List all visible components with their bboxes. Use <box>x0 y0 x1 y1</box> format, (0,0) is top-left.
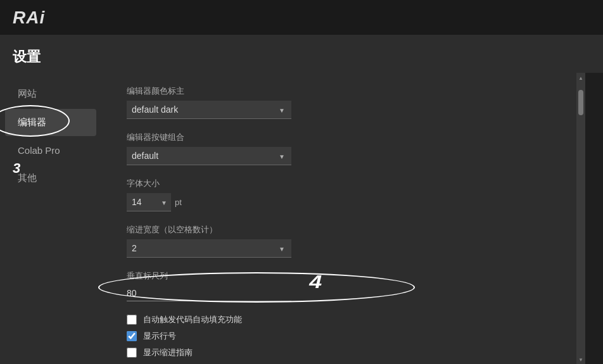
color-theme-select[interactable]: default dark default light solarized dar… <box>127 101 291 119</box>
top-bar: RAi <box>0 0 603 35</box>
indent-width-select[interactable]: 2 4 8 <box>127 239 291 258</box>
show-indent-guides-label: 显示缩进指南 <box>143 347 193 358</box>
settings-title: 设置 <box>0 35 603 73</box>
scroll-thumb[interactable] <box>578 90 583 115</box>
keybinding-label: 编辑器按键组合 <box>127 132 551 143</box>
indent-width-group: 缩进宽度（以空格数计） 2 4 8 <box>127 224 551 258</box>
color-theme-group: 编辑器颜色标主 default dark default light solar… <box>127 85 551 119</box>
auto-complete-checkbox[interactable] <box>127 315 137 325</box>
color-theme-select-wrapper: default dark default light solarized dar… <box>127 101 291 119</box>
annotation-number-4: 4 <box>309 271 322 292</box>
vertical-ruler-group: 垂直标尺列 <box>127 270 551 301</box>
auto-complete-label: 自动触发代码自动填充功能 <box>143 314 242 325</box>
settings-panel: 设置 3 网站 编辑器 Colab Pro <box>0 35 603 364</box>
keybinding-group: 编辑器按键组合 default vim emacs <box>127 132 551 165</box>
sidebar: 3 网站 编辑器 Colab Pro 其他 <box>0 73 101 364</box>
sidebar-item-editor[interactable]: 编辑器 <box>5 109 96 136</box>
checkbox-item-show-line-numbers: 显示行号 <box>127 330 551 342</box>
color-theme-label: 编辑器颜色标主 <box>127 85 551 97</box>
font-size-group: 字体大小 10 11 12 13 14 15 16 <box>127 178 551 211</box>
rai-logo: RAi <box>13 8 45 28</box>
settings-body: 3 网站 编辑器 Colab Pro 其他 <box>0 73 603 364</box>
editor-right-panel <box>585 73 603 364</box>
pt-label: pt <box>175 198 182 207</box>
show-line-numbers-checkbox[interactable] <box>127 331 137 341</box>
fontsize-select[interactable]: 10 11 12 13 14 15 16 <box>127 193 171 211</box>
scroll-track <box>578 84 583 355</box>
content-area: 设置 3 网站 编辑器 Colab Pro <box>0 35 603 364</box>
scroll-down-arrow[interactable]: ▼ <box>578 357 583 363</box>
fontsize-row: 10 11 12 13 14 15 16 pt <box>127 193 551 211</box>
checkbox-item-show-indent-guides: 显示缩进指南 <box>127 347 551 358</box>
checkbox-group: 自动触发代码自动填充功能 显示行号 显示缩进指南 在编辑器中启用代码折 <box>127 314 551 364</box>
indent-width-label: 缩进宽度（以空格数计） <box>127 224 551 235</box>
sidebar-item-colab[interactable]: Colab Pro <box>5 137 96 163</box>
main-content: 编辑器颜色标主 default dark default light solar… <box>101 73 576 364</box>
show-indent-guides-checkbox[interactable] <box>127 348 137 358</box>
vertical-ruler-input[interactable] <box>127 286 291 301</box>
sidebar-item-website[interactable]: 网站 <box>5 80 96 108</box>
checkbox-item-auto-complete: 自动触发代码自动填充功能 <box>127 314 551 325</box>
fontsize-select-wrapper: 10 11 12 13 14 15 16 <box>127 193 171 211</box>
keybinding-select[interactable]: default vim emacs <box>127 147 291 165</box>
annotation-3: 3 <box>13 160 20 177</box>
font-size-label: 字体大小 <box>127 178 551 189</box>
page-wrapper: RAi 设置 3 网站 编辑器 Co <box>0 0 603 364</box>
indent-width-select-wrapper: 2 4 8 <box>127 239 291 258</box>
keybinding-select-wrapper: default vim emacs <box>127 147 291 165</box>
vertical-ruler-label: 垂直标尺列 <box>127 270 551 282</box>
scroll-up-arrow[interactable]: ▲ <box>578 75 583 81</box>
show-line-numbers-label: 显示行号 <box>143 330 176 342</box>
scrollbar[interactable]: ▲ ▼ <box>576 73 585 364</box>
